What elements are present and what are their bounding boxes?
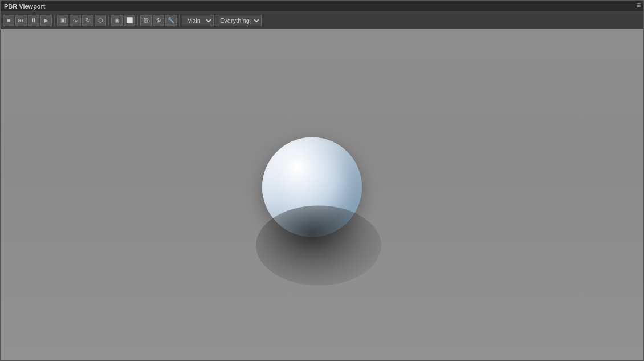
monitor-button[interactable]: ▣ [57,15,68,26]
rotate-button[interactable]: ↻ [82,15,93,26]
stop-icon: ■ [7,17,10,23]
cube-btn[interactable]: ⬜ [124,15,135,26]
wrench-icon: 🔧 [168,17,174,23]
pause-button[interactable]: ⏸ [28,15,39,26]
sphere-shadow [256,205,381,285]
pause-icon: ⏸ [31,17,36,23]
separator-1 [54,15,55,26]
mesh-button[interactable]: ⬡ [95,15,106,26]
pbr-viewport: PBR Viewport ≡ ■ ⏮ ⏸ ▶ ▣ ∿ ↻ ⬡ [0,0,644,361]
stop-button[interactable]: ■ [3,15,14,26]
menu-icon[interactable]: ≡ [633,0,644,10]
separator-2 [108,15,109,26]
rotate-icon: ↻ [85,17,90,23]
skip-start-icon: ⏮ [18,17,24,23]
separator-3 [137,15,138,26]
view-dropdown[interactable]: Main Top Front Side [182,15,214,26]
image-icon: 🖼 [143,17,149,23]
separator-4 [179,15,180,26]
play-icon: ▶ [44,17,48,23]
viewport-canvas[interactable] [1,29,643,360]
menu-dots-icon: ≡ [637,1,641,9]
title-bar: PBR Viewport ≡ [1,1,643,12]
play-button[interactable]: ▶ [40,15,52,26]
skip-start-button[interactable]: ⏮ [15,15,27,26]
cube-icon: ⬜ [126,17,133,23]
filter-dropdown[interactable]: Everything Selected Visible [215,15,262,26]
graph-icon: ∿ [72,17,78,25]
graph-button[interactable]: ∿ [70,15,81,26]
sphere-btn[interactable]: ◉ [111,15,123,26]
sphere-container [262,137,362,237]
toolbar: ■ ⏮ ⏸ ▶ ▣ ∿ ↻ ⬡ ◉ ⬜ [1,12,643,29]
image-button[interactable]: 🖼 [140,15,152,26]
viewport-title: PBR Viewport [4,3,46,10]
mesh-icon: ⬡ [98,17,103,23]
settings-button[interactable]: ⚙ [153,15,164,26]
wrench-button[interactable]: 🔧 [165,15,177,26]
monitor-icon: ▣ [60,17,66,23]
settings-icon: ⚙ [156,17,161,23]
sphere-icon: ◉ [115,17,120,23]
